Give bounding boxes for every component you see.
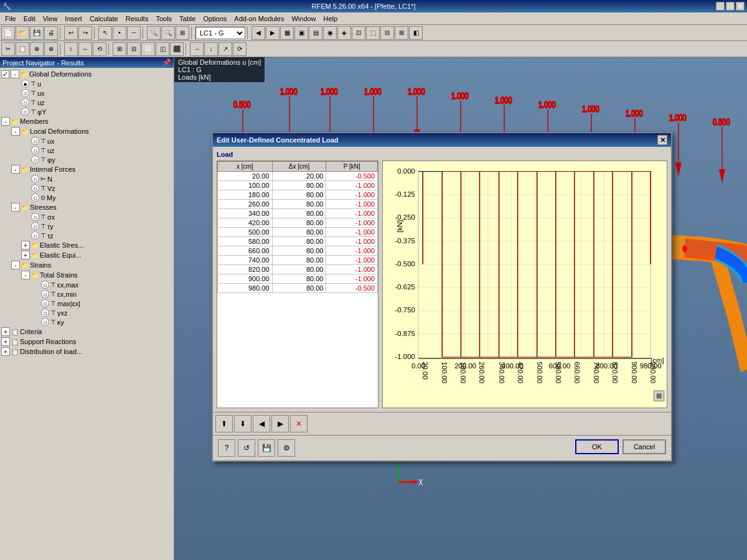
tb-redo[interactable]: ↪ <box>78 26 92 40</box>
tree-item-uz[interactable]: ○ ⊤ uz <box>1 98 172 107</box>
save-btn[interactable]: 💾 <box>258 439 275 457</box>
cell-p-12[interactable]: -0.500 <box>326 284 378 293</box>
menu-addons[interactable]: Add-on Modules <box>230 14 288 24</box>
tb2-2[interactable]: 📋 <box>16 42 29 56</box>
menu-options[interactable]: Options <box>199 14 230 24</box>
menu-calculate[interactable]: Calculate <box>86 14 122 24</box>
tb2-15[interactable]: ↗ <box>218 42 232 56</box>
cell-dx-1[interactable]: 80.00 <box>272 181 326 190</box>
tree-item-local-def[interactable]: - 📁 Local Deformations <box>1 126 172 136</box>
close-btn[interactable]: ✕ <box>736 2 745 11</box>
cell-dx-10[interactable]: 80.00 <box>272 265 326 274</box>
tree-item-ex-min[interactable]: ○ ⊤ εx,min <box>1 289 172 299</box>
tb2-3[interactable]: ⊕ <box>30 42 44 56</box>
cell-dx-3[interactable]: 80.00 <box>272 200 326 209</box>
expand-local-def[interactable]: - <box>11 127 20 136</box>
expand-members[interactable]: - <box>1 117 10 126</box>
tree-item-elastic-equi[interactable]: + 📁 Elastic Equi... <box>1 250 172 260</box>
tb-new[interactable]: 📄 <box>1 26 15 40</box>
radio-ky[interactable]: ○ <box>41 318 49 326</box>
tree-item-gxz[interactable]: ○ ⊤ γxz <box>1 308 172 317</box>
tb-zoom-in[interactable]: 🔍 <box>147 26 161 40</box>
tb-render1[interactable]: ▦ <box>280 26 294 40</box>
expand-support[interactable]: + <box>1 337 10 346</box>
cell-p-3[interactable]: -1.000 <box>326 200 378 209</box>
tb2-10[interactable]: ⬜ <box>141 42 155 56</box>
cell-x-0[interactable]: 20.00 <box>218 172 273 181</box>
modal-close-button[interactable]: ✕ <box>657 135 667 145</box>
tb-render2[interactable]: ▣ <box>294 26 308 40</box>
minimize-btn[interactable]: _ <box>716 2 725 11</box>
cell-x-5[interactable]: 420.00 <box>218 218 273 228</box>
cell-dx-4[interactable]: 80.00 <box>272 209 326 218</box>
cancel-button[interactable]: Cancel <box>622 439 666 454</box>
tree-item-lphiy[interactable]: ○ ⊤ φy <box>1 155 172 164</box>
tb-render10[interactable]: ◧ <box>409 26 423 40</box>
tree-item-members[interactable]: - 📁 Members <box>1 116 172 126</box>
menu-edit[interactable]: Edit <box>20 14 39 24</box>
tb2-14[interactable]: ↓ <box>204 42 218 56</box>
cell-p-10[interactable]: -1.000 <box>326 265 378 274</box>
tb-print[interactable]: 🖨 <box>44 26 58 40</box>
tree-item-phiy[interactable]: ○ ⊤ φY <box>1 107 172 116</box>
expand-stresses[interactable]: - <box>11 203 20 212</box>
tree-item-lux[interactable]: ○ ⊤ ux <box>1 136 172 146</box>
table-row[interactable]: 20.0020.00-0.500 <box>218 172 378 181</box>
radio-ux[interactable]: ○ <box>21 89 29 97</box>
tb2-16[interactable]: ⟳ <box>233 42 247 56</box>
tb-render4[interactable]: ◉ <box>323 26 337 40</box>
cell-p-5[interactable]: -1.000 <box>326 218 378 228</box>
table-row[interactable]: 500.0080.00-1.000 <box>218 228 378 237</box>
tree-item-sx[interactable]: ○ ⊤ σx <box>1 212 172 222</box>
tb-delete-btn[interactable]: ✕ <box>290 415 308 432</box>
expand-criteria[interactable]: + <box>1 327 10 336</box>
radio-ex-min[interactable]: ○ <box>41 290 49 298</box>
table-row[interactable]: 100.0080.00-1.000 <box>218 181 378 190</box>
cell-dx-9[interactable]: 80.00 <box>272 256 326 265</box>
tb2-4[interactable]: ⊗ <box>44 42 58 56</box>
table-row[interactable]: 980.0080.00-0.500 <box>218 284 378 293</box>
table-row[interactable]: 260.0080.00-1.000 <box>218 200 378 209</box>
tb-render9[interactable]: ⊞ <box>395 26 408 40</box>
tb-render6[interactable]: ⊡ <box>352 26 365 40</box>
radio-N[interactable]: ○ <box>31 175 39 183</box>
tree-item-ky[interactable]: ○ ⊤ κy <box>1 317 172 327</box>
help-btn[interactable]: ? <box>218 439 235 457</box>
tb2-8[interactable]: ⊞ <box>113 42 126 56</box>
table-row[interactable]: 660.0080.00-1.000 <box>218 246 378 256</box>
menu-file[interactable]: File <box>1 14 20 24</box>
tb-next-btn[interactable]: ▶ <box>271 415 289 432</box>
tb-select[interactable]: ↖ <box>98 26 112 40</box>
radio-ex-max[interactable]: ○ <box>41 281 49 289</box>
menu-insert[interactable]: Insert <box>61 14 86 24</box>
tb2-6[interactable]: ↔ <box>78 42 92 56</box>
cell-dx-0[interactable]: 20.00 <box>272 172 326 181</box>
cell-x-8[interactable]: 660.00 <box>218 246 273 256</box>
radio-My[interactable]: ○ <box>31 194 39 202</box>
cell-x-9[interactable]: 740.00 <box>218 256 273 265</box>
tb2-11[interactable]: ◫ <box>156 42 169 56</box>
table-row[interactable]: 340.0080.00-1.000 <box>218 209 378 218</box>
tb-node[interactable]: • <box>113 26 126 40</box>
ok-button[interactable]: OK <box>575 439 619 454</box>
tb2-5[interactable]: ↕ <box>64 42 78 56</box>
cell-p-9[interactable]: -1.000 <box>326 256 378 265</box>
tb-member[interactable]: ─ <box>127 26 141 40</box>
cell-p-7[interactable]: -1.000 <box>326 237 378 246</box>
radio-sx[interactable]: ○ <box>31 213 39 221</box>
radio-gxz[interactable]: ○ <box>41 309 49 317</box>
tree-item-total-strains[interactable]: - 📁 Total Strains <box>1 270 172 280</box>
table-row[interactable]: 820.0080.00-1.000 <box>218 265 378 274</box>
calc-btn[interactable]: ⚙ <box>278 439 295 457</box>
radio-lux[interactable]: ○ <box>31 137 39 145</box>
radio-tz[interactable]: ○ <box>31 231 39 240</box>
tb2-7[interactable]: ⟲ <box>93 42 106 56</box>
tree-item-ux[interactable]: ○ ⊤ ux <box>1 88 172 98</box>
cell-x-6[interactable]: 500.00 <box>218 228 273 237</box>
cell-p-4[interactable]: -1.000 <box>326 209 378 218</box>
table-row[interactable]: 420.0080.00-1.000 <box>218 218 378 228</box>
tb-import-btn[interactable]: ⬆ <box>215 415 233 432</box>
cell-x-3[interactable]: 260.00 <box>218 200 273 209</box>
radio-max-ex[interactable]: ○ <box>41 299 49 307</box>
tree-item-stresses[interactable]: - 📁 Stresses <box>1 202 172 212</box>
